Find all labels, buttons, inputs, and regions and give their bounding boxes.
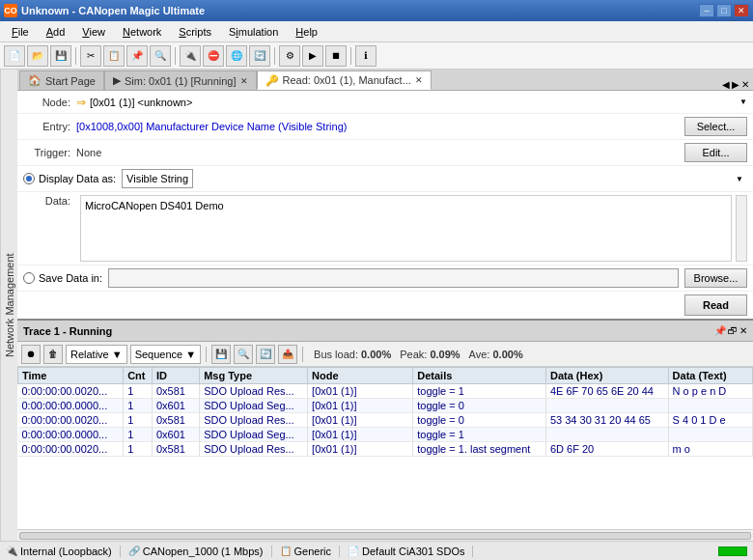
toolbar-refresh[interactable]: 🔄 <box>249 45 270 67</box>
toolbar-network[interactable]: 🌐 <box>226 45 247 67</box>
h-scroll-track[interactable] <box>19 532 751 540</box>
toolbar-sep-3 <box>274 47 275 65</box>
trace-clear-btn[interactable]: 🗑 <box>43 345 63 364</box>
menu-file[interactable]: File <box>4 24 37 40</box>
minimize-button[interactable]: – <box>699 4 714 17</box>
toolbar-search[interactable]: 🔍 <box>150 45 171 67</box>
display-label: Display Data as: <box>39 173 116 184</box>
trace-filter-btn[interactable]: 🔍 <box>234 345 253 364</box>
trace-record-btn[interactable]: ⏺ <box>21 345 41 364</box>
cell-cnt: 1 <box>124 428 153 442</box>
toolbar-new[interactable]: 📄 <box>4 45 25 67</box>
cell-msgtype: SDO Upload Seg... <box>200 399 308 413</box>
table-header-row: Time Cnt ID Msg Type Node Details Data (… <box>18 368 753 384</box>
tab-menu-icon[interactable]: ✕ <box>741 79 749 90</box>
cell-data-text: m o <box>668 442 752 457</box>
title-bar: CO Unknown - CANopen Magic Ultimate – □ … <box>0 0 753 21</box>
trace-sequence-dropdown[interactable]: Sequence ▼ <box>130 345 201 364</box>
entry-label: Entry: <box>23 121 76 132</box>
menu-view[interactable]: View <box>74 24 113 40</box>
data-scrollbar[interactable] <box>736 195 747 262</box>
table-row[interactable]: 0:00:00:00.0020... 1 0x581 SDO Upload Re… <box>18 413 753 428</box>
edit-button[interactable]: Edit... <box>684 143 747 162</box>
browse-button[interactable]: Browse... <box>684 268 747 288</box>
trace-sequence-arrow-icon: ▼ <box>185 349 196 360</box>
read-button[interactable]: Read <box>684 294 747 316</box>
read-close-icon[interactable]: ✕ <box>415 75 423 85</box>
select-button[interactable]: Select... <box>684 117 747 136</box>
tab-read[interactable]: 🔑 Read: 0x01 (1), Manufact... ✕ <box>257 70 432 90</box>
horizontal-scrollbar[interactable] <box>17 529 753 541</box>
trace-refresh-btn[interactable]: 🔄 <box>256 345 275 364</box>
maximize-button[interactable]: □ <box>716 4 732 17</box>
cell-node: [0x01 (1)] <box>308 413 413 428</box>
cell-cnt: 1 <box>124 384 153 399</box>
cell-details: toggle = 0 <box>413 413 546 428</box>
table-row[interactable]: 0:00:00:00.0000... 1 0x601 SDO Upload Se… <box>18 399 753 413</box>
status-default-icon: 📄 <box>348 546 359 556</box>
toolbar-open[interactable]: 📂 <box>27 45 48 67</box>
display-select[interactable]: Visible String Hex Decimal Binary <box>122 169 193 188</box>
menu-simulation[interactable]: Simulation <box>221 24 286 40</box>
cell-id: 0x601 <box>153 399 200 413</box>
cell-msgtype: SDO Upload Res... <box>200 384 308 399</box>
menu-network[interactable]: Network <box>115 24 169 40</box>
node-dropdown-icon[interactable]: ▼ <box>739 98 747 106</box>
toolbar-connect[interactable]: 🔌 <box>180 45 201 67</box>
menu-add[interactable]: Add <box>39 24 73 40</box>
cell-cnt: 1 <box>124 399 153 413</box>
tab-prev-icon[interactable]: ◀ <box>722 79 730 90</box>
col-cnt: Cnt <box>124 368 153 384</box>
toolbar-sep-4 <box>350 47 351 65</box>
cell-data-text: N o p e n D <box>668 384 752 399</box>
trigger-value: None <box>76 147 684 158</box>
read-row: Read <box>17 291 753 319</box>
save-label: Save Data in: <box>39 272 102 284</box>
cell-time: 0:00:00:00.0020... <box>18 413 124 428</box>
tab-sim[interactable]: ▶ Sim: 0x01 (1) [Running] ✕ <box>104 70 257 90</box>
network-management-sidebar[interactable]: Network Management <box>0 70 17 541</box>
save-radio[interactable] <box>23 272 35 284</box>
trace-float-icon[interactable]: 🗗 <box>728 325 738 336</box>
save-input[interactable] <box>108 268 679 288</box>
window-controls[interactable]: – □ ✕ <box>699 4 749 17</box>
toolbar-disconnect[interactable]: ⛔ <box>203 45 224 67</box>
toolbar-paste[interactable]: 📌 <box>126 45 148 67</box>
table-row[interactable]: 0:00:00:00.0000... 1 0x601 SDO Upload Se… <box>18 428 753 442</box>
cell-time: 0:00:00:00.0000... <box>18 428 124 442</box>
close-button[interactable]: ✕ <box>734 4 749 17</box>
status-default: 📄 Default CiA301 SDOs <box>348 546 473 557</box>
data-value: MicroCANopen DS401 Demo <box>81 196 731 261</box>
toolbar-info[interactable]: ℹ <box>355 45 376 67</box>
col-details: Details <box>413 368 546 384</box>
trace-mode-dropdown[interactable]: Relative ▼ <box>66 345 127 364</box>
toolbar-settings[interactable]: ⚙ <box>279 45 300 67</box>
menu-help[interactable]: Help <box>288 24 325 40</box>
menu-scripts[interactable]: Scripts <box>171 24 219 40</box>
status-generic-icon: 📋 <box>280 546 292 556</box>
toolbar-copy[interactable]: 📋 <box>103 45 125 67</box>
cell-data-text <box>668 399 752 413</box>
toolbar-cut[interactable]: ✂ <box>80 45 101 67</box>
trace-close-icon[interactable]: ✕ <box>739 325 747 336</box>
peak-label: Peak: 0.09% <box>400 349 460 360</box>
menu-bar: File Add View Network Scripts Simulation… <box>0 21 753 42</box>
trace-pin-icon[interactable]: 📌 <box>714 325 726 336</box>
table-row[interactable]: 0:00:00:00.0020... 1 0x581 SDO Upload Re… <box>18 384 753 399</box>
node-label: Node: <box>23 97 76 108</box>
tab-start-page[interactable]: 🏠 Start Page <box>19 70 104 90</box>
read-label: Read: 0x01 (1), Manufact... <box>283 74 411 86</box>
toolbar-run[interactable]: ▶ <box>302 45 323 67</box>
display-radio[interactable] <box>23 173 35 184</box>
read-icon: 🔑 <box>265 74 279 87</box>
toolbar-stop[interactable]: ⏹ <box>325 45 347 67</box>
cell-time: 0:00:00:00.0000... <box>18 399 124 413</box>
col-id: ID <box>153 368 200 384</box>
sim-close-icon[interactable]: ✕ <box>240 76 248 86</box>
trace-save-btn[interactable]: 💾 <box>211 345 231 364</box>
table-row[interactable]: 0:00:00:00.0020... 1 0x581 SDO Upload Re… <box>18 442 753 457</box>
trace-export-btn[interactable]: 📤 <box>278 345 297 364</box>
entry-row: Entry: [0x1008,0x00] Manufacturer Device… <box>17 114 753 140</box>
toolbar-save[interactable]: 💾 <box>50 45 71 67</box>
tab-next-icon[interactable]: ▶ <box>732 79 739 90</box>
